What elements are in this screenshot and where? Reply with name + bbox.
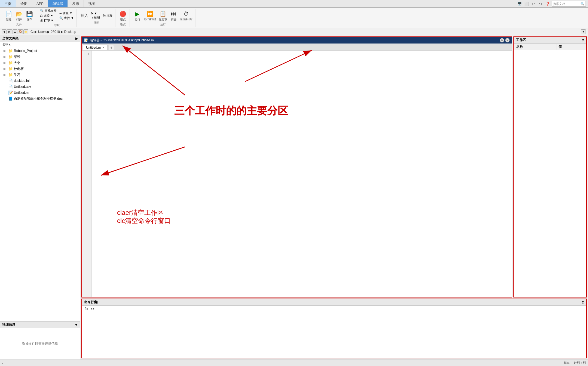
menu-plot[interactable]: 绘图 bbox=[16, 0, 32, 7]
btn-goto[interactable]: ➡ 转至 ▼ bbox=[58, 11, 75, 15]
menu-bar: 主页 绘图 APP 编辑器 发布 视图 🖥️ ⬜ ↩ ↪ ❓ 🔍 bbox=[0, 0, 588, 8]
btn-open[interactable]: 📂 打开 bbox=[14, 10, 24, 22]
icon-btn-1[interactable]: 🖥️ bbox=[516, 1, 522, 7]
menu-view[interactable]: 视图 bbox=[84, 0, 100, 7]
editor-minimize[interactable]: ⊖ bbox=[500, 38, 504, 42]
workspace-header: 工作区 ⊙ bbox=[514, 37, 586, 44]
tree-item-m[interactable]: · 📝 Untitled.m bbox=[0, 90, 80, 96]
editor-file-icon: 📝 bbox=[84, 38, 88, 42]
tree-item-robotic[interactable]: ⊞ 📁 Robotic_Project bbox=[0, 48, 80, 54]
btn-section[interactable]: 📋 运行节 bbox=[158, 10, 168, 22]
file-icon-3: 📝 bbox=[8, 91, 13, 95]
btn-comment[interactable]: % 注释 bbox=[102, 13, 114, 18]
menu-editor[interactable]: 编辑器 bbox=[48, 0, 68, 7]
nav-up[interactable]: ▲ bbox=[13, 29, 17, 34]
position-label: 行列：列 bbox=[574, 361, 586, 365]
btn-run-advance[interactable]: ⏩ 运行并前进 bbox=[143, 10, 157, 22]
file-browser-title: 当前文件夹 bbox=[2, 36, 19, 41]
run-group-label: 运行 bbox=[160, 23, 166, 26]
btn-find[interactable]: 🔍 查找 ▼ bbox=[58, 16, 75, 20]
edit-group-label: 编辑 bbox=[94, 21, 99, 24]
details-header: 详细信息 ▼ bbox=[0, 322, 80, 328]
details-expand[interactable]: ▼ bbox=[75, 323, 78, 327]
run-time-icon: ⏱ bbox=[182, 10, 190, 18]
details-title: 详细信息 bbox=[2, 322, 15, 327]
status-left: - bbox=[2, 361, 3, 365]
breakpoint-group-label: 断点 bbox=[120, 23, 126, 26]
nav-group-label: 导航 bbox=[54, 23, 60, 27]
tree-item-doc[interactable]: · 📘 自动巡航智能小车专利交底书.doc bbox=[0, 96, 80, 102]
code-editor[interactable] bbox=[92, 51, 512, 297]
btn-indent[interactable]: ⇥ 缩进 bbox=[90, 15, 101, 20]
btn-run[interactable]: ▶ 运行 bbox=[133, 10, 142, 22]
toolbar: 📄 新建 📂 打开 💾 保存 文件 🔍 查找文件 ⚖ 比较 ▼ bbox=[0, 8, 588, 28]
search-icon[interactable]: 🔍 bbox=[580, 2, 584, 6]
icon-btn-5[interactable]: ❓ bbox=[545, 1, 551, 7]
expand-icon-4: ⊞ bbox=[3, 67, 7, 70]
command-prompt: fx >> bbox=[84, 307, 584, 311]
add-tab-btn[interactable]: + bbox=[109, 45, 114, 50]
file-browser-expand[interactable]: ▶ bbox=[75, 37, 78, 41]
tab-close[interactable]: ✕ bbox=[102, 46, 105, 49]
save-icon: 💾 bbox=[26, 10, 33, 18]
open-icon: 📂 bbox=[15, 10, 23, 18]
editor-titlebar: 📝 编辑器 - C:\Users\28010\Desktop\Untitled.… bbox=[82, 37, 512, 44]
btn-breakpoint[interactable]: 🔴 断点 bbox=[118, 10, 128, 22]
details-hint: 选择文件以查看详细信息 bbox=[22, 342, 58, 346]
left-panel: 当前文件夹 ▶ 名称▲ ⊞ 📁 Robotic_Project ⊞ 📁 毕设 bbox=[0, 35, 80, 359]
expand-icon: ⊞ bbox=[3, 49, 7, 52]
btn-save[interactable]: 💾 保存 bbox=[24, 10, 34, 22]
script-label: 脚本 bbox=[564, 361, 569, 365]
nav-end-btn[interactable]: ▼ bbox=[581, 29, 586, 34]
btn-fx[interactable]: fx ▼ bbox=[90, 11, 101, 15]
btn-advance[interactable]: ⏭ 前进 bbox=[169, 10, 179, 22]
editor-content: 1 bbox=[82, 51, 512, 297]
breadcrumb: ◀ ▶ ▲ 🏠 📁 C: ▶ Users ▶ 28010 ▶ Desktop ▼ bbox=[0, 28, 588, 35]
icon-btn-4[interactable]: ↪ bbox=[538, 1, 544, 7]
folder-icon-4: 📁 bbox=[8, 67, 13, 71]
file-group-label: 文件 bbox=[16, 23, 22, 26]
tree-item-biyie[interactable]: ⊞ 📁 毕设 bbox=[0, 54, 80, 60]
workspace-title: 工作区 bbox=[516, 38, 526, 42]
tree-item-dachuang[interactable]: ⊞ 📁 大创 bbox=[0, 60, 80, 66]
menu-publish[interactable]: 发布 bbox=[68, 0, 84, 7]
nav-back[interactable]: ◀ bbox=[2, 29, 7, 34]
btn-find-file[interactable]: 🔍 查找文件 bbox=[39, 8, 58, 13]
search-box: 🔍 bbox=[552, 1, 586, 7]
editor-close[interactable]: ✕ bbox=[505, 38, 510, 42]
btn-print[interactable]: 🖨 打印 ▼ bbox=[39, 18, 58, 23]
tree-item-asv[interactable]: · 📄 Untitled.asv bbox=[0, 84, 80, 90]
icon-btn-2[interactable]: ⬜ bbox=[523, 1, 529, 7]
command-expand[interactable]: ⊙ bbox=[581, 300, 584, 304]
folder-icon: 📁 bbox=[8, 49, 13, 53]
new-icon: 📄 bbox=[5, 10, 13, 18]
tree-item-xuexi[interactable]: ⊞ 📁 学习 bbox=[0, 72, 80, 78]
icon-btn-3[interactable]: ↩ bbox=[531, 1, 537, 7]
toolbar-group-edit: 插入 fx ▼ ⇥ 缩进 % 注释 编辑 bbox=[78, 9, 115, 27]
folder-icon-5: 📁 bbox=[8, 73, 13, 77]
status-bar: - 脚本 行列：列 bbox=[0, 359, 588, 366]
search-input[interactable] bbox=[553, 2, 580, 5]
insert-icon: 插入 bbox=[81, 12, 88, 20]
editor-tab-untitled[interactable]: Untitled.m ✕ bbox=[83, 45, 108, 50]
editor-title: 编辑器 - C:\Users\28010\Desktop\Untitled.m bbox=[90, 38, 154, 43]
nav-folder[interactable]: 📁 bbox=[23, 29, 28, 34]
nav-home[interactable]: 🏠 bbox=[18, 29, 23, 34]
btn-new[interactable]: 📄 新建 bbox=[4, 10, 14, 22]
menu-app[interactable]: APP bbox=[32, 0, 48, 7]
btn-compare[interactable]: ⚖ 比较 ▼ bbox=[39, 13, 58, 18]
breadcrumb-path: C: ▶ Users ▶ 28010 ▶ Desktop bbox=[30, 30, 76, 34]
editor-tabs: Untitled.m ✕ + bbox=[82, 44, 512, 51]
run-icon: ▶ bbox=[134, 10, 141, 18]
btn-insert[interactable]: 插入 bbox=[79, 11, 89, 20]
workspace-expand[interactable]: ⊙ bbox=[581, 38, 584, 42]
file-browser-header: 当前文件夹 ▶ bbox=[0, 35, 80, 42]
tree-item-desktop-ini[interactable]: · 📄 desktop.ini bbox=[0, 78, 80, 84]
col-name-header: 名称▲ bbox=[2, 42, 11, 46]
nav-forward[interactable]: ▶ bbox=[7, 29, 12, 34]
menu-home[interactable]: 主页 bbox=[0, 0, 16, 7]
line-numbers: 1 bbox=[82, 51, 92, 297]
tree-item-xiao[interactable]: ⊞ 📁 校电赛 bbox=[0, 66, 80, 72]
editor-controls: ⊖ ✕ bbox=[500, 38, 510, 42]
btn-run-time[interactable]: ⏱ 运行并计时 bbox=[179, 10, 194, 22]
